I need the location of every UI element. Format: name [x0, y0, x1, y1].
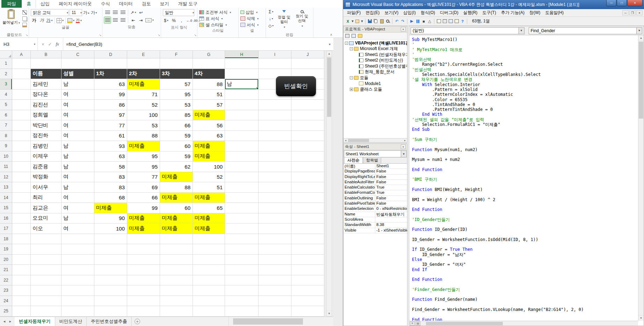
cell-H22[interactable]	[225, 275, 259, 286]
font-dialog-launcher[interactable]: ↘	[99, 34, 101, 37]
row-header-15[interactable]: 15	[0, 203, 12, 213]
cell-G21[interactable]	[193, 265, 225, 275]
cell-I17[interactable]	[259, 224, 291, 234]
cell-E9[interactable]: 미제출	[127, 141, 160, 151]
cell-F4[interactable]: 95	[160, 90, 193, 100]
cell-J6[interactable]	[291, 110, 324, 121]
decrease-indent-icon[interactable]: ⇤	[130, 17, 137, 23]
cell-G10[interactable]: 미제출	[193, 151, 225, 162]
sheet-tab-1[interactable]: 빈셀자동채우기	[15, 317, 55, 326]
cell-G7[interactable]: 56	[193, 120, 225, 131]
expand-formula-bar-icon[interactable]: ▾	[326, 38, 333, 50]
tree-item-2[interactable]: -Microsoft Excel 개체	[343, 46, 407, 52]
cell-H20[interactable]	[225, 255, 259, 265]
property-row-11[interactable]: ScrollArea	[343, 217, 407, 222]
cell-I8[interactable]	[259, 131, 291, 141]
cell-D16[interactable]: 90	[94, 213, 127, 224]
menu-item-7[interactable]: 실행(R)	[461, 9, 480, 16]
row-header-19[interactable]: 19	[0, 244, 12, 255]
object-dropdown-icon[interactable]: ▼	[519, 28, 524, 34]
cell-F3[interactable]: 57	[160, 79, 193, 90]
cell-E19[interactable]	[127, 244, 160, 255]
cell-D18[interactable]	[94, 234, 127, 244]
cell-F24[interactable]	[160, 296, 193, 306]
cell-J5[interactable]	[291, 100, 324, 110]
cell-E8[interactable]: 88	[127, 131, 160, 141]
cell-F5[interactable]: 53	[160, 100, 193, 110]
cell-D9[interactable]: 93	[94, 141, 127, 151]
cell-I20[interactable]	[259, 255, 291, 265]
cell-H1[interactable]	[225, 58, 259, 69]
column-header-D[interactable]: D	[94, 51, 127, 58]
cell-B12[interactable]: 박정화	[31, 172, 61, 183]
row-header-2[interactable]: 2	[0, 69, 12, 79]
child-close-icon[interactable]: ×	[636, 10, 643, 15]
cell-E25[interactable]	[127, 306, 160, 317]
tree-item-5[interactable]: Sheet3 (주민번호성별추출)	[343, 63, 407, 69]
cell-J12[interactable]	[291, 172, 324, 183]
cell-C20[interactable]	[61, 255, 94, 265]
column-header-E[interactable]: E	[127, 51, 160, 58]
cell-A24[interactable]	[12, 296, 31, 306]
cell-A5[interactable]	[12, 100, 31, 110]
cell-G23[interactable]	[193, 285, 225, 296]
cell-D4[interactable]: 99	[94, 90, 127, 100]
format-cells-button[interactable]: 서식▾	[240, 22, 264, 28]
row-header-3[interactable]: 3	[0, 79, 12, 90]
cell-B5[interactable]: 김진선	[31, 100, 61, 110]
object-browser-icon[interactable]	[448, 18, 454, 24]
paste-icon[interactable]	[379, 18, 385, 24]
cell-B18[interactable]	[31, 234, 61, 244]
cell-E5[interactable]: 52	[127, 100, 160, 110]
cell-D11[interactable]: 58	[94, 162, 127, 172]
cell-A10[interactable]	[12, 151, 31, 162]
collapse-icon[interactable]: -	[350, 47, 353, 50]
run-icon[interactable]: ▶	[409, 18, 415, 24]
underline-icon[interactable]: 가▾	[46, 17, 53, 24]
cell-A22[interactable]	[12, 275, 31, 286]
cell-D19[interactable]	[94, 244, 127, 255]
cell-F10[interactable]: 59	[160, 151, 193, 162]
cell-I21[interactable]	[259, 265, 291, 275]
project-explorer-close-icon[interactable]: ×	[401, 27, 406, 31]
scroll-left-icon[interactable]: ◄	[343, 139, 348, 142]
cell-I18[interactable]	[259, 234, 291, 244]
column-header-C[interactable]: C	[61, 51, 94, 58]
project-explorer-icon[interactable]	[436, 18, 442, 24]
cell-H11[interactable]	[225, 162, 259, 172]
cell-B20[interactable]	[31, 255, 61, 265]
cell-I16[interactable]	[259, 213, 291, 224]
cell-I15[interactable]	[259, 203, 291, 213]
cell-F23[interactable]	[160, 285, 193, 296]
cell-C14[interactable]: 여	[61, 193, 94, 203]
cell-C23[interactable]	[61, 285, 94, 296]
column-header-A[interactable]: A	[12, 51, 31, 58]
child-restore-icon[interactable]: ❐	[629, 10, 636, 15]
property-row-1[interactable]: (이름)Sheet1	[343, 164, 407, 169]
cell-H7[interactable]	[225, 120, 259, 131]
row-header-24[interactable]: 24	[0, 296, 12, 306]
cell-H21[interactable]	[225, 265, 259, 275]
cell-H12[interactable]	[225, 172, 259, 183]
cell-B21[interactable]	[31, 265, 61, 275]
comma-style-icon[interactable]: ,	[178, 17, 185, 24]
row-header-13[interactable]: 13	[0, 182, 12, 193]
cell-A23[interactable]	[12, 285, 31, 296]
cell-F15[interactable]: 60	[160, 203, 193, 213]
cell-A9[interactable]	[12, 141, 31, 151]
cell-G11[interactable]: 100	[193, 162, 225, 172]
cell-A12[interactable]	[12, 172, 31, 183]
row-header-11[interactable]: 11	[0, 162, 12, 172]
cell-D25[interactable]	[94, 306, 127, 317]
blank-cell-check-button[interactable]: 빈셀확인	[276, 76, 316, 96]
cell-A20[interactable]	[12, 255, 31, 265]
cell-G15[interactable]: 65	[193, 203, 225, 213]
project-scrollbar-thumb[interactable]	[348, 139, 369, 142]
cell-I12[interactable]	[259, 172, 291, 183]
cell-A14[interactable]	[12, 193, 31, 203]
cell-H3[interactable]: 남	[225, 79, 259, 90]
design-mode-icon[interactable]: △	[427, 18, 433, 24]
tree-item-9[interactable]: +클래스 모듈	[343, 86, 407, 92]
cell-C12[interactable]: 여	[61, 172, 94, 183]
cell-D12[interactable]: 83	[94, 172, 127, 183]
